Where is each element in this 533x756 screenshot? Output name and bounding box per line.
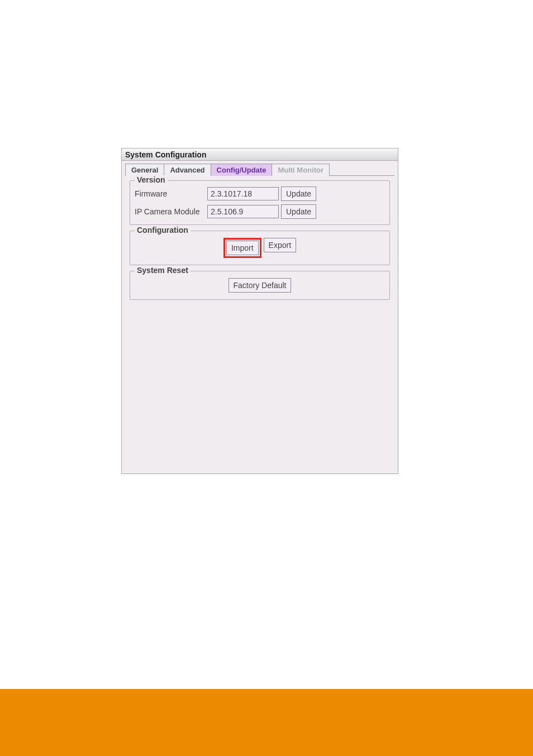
ipcam-value-field[interactable] <box>207 205 279 218</box>
firmware-update-button[interactable]: Update <box>281 186 316 201</box>
firmware-label: Firmware <box>135 189 205 198</box>
configuration-buttons: Import Export <box>135 237 385 259</box>
system-reset-legend: System Reset <box>135 266 191 275</box>
firmware-value-field[interactable] <box>207 187 279 200</box>
configuration-legend: Configuration <box>135 226 191 235</box>
ipcam-update-button[interactable]: Update <box>281 204 316 219</box>
tab-advanced[interactable]: Advanced <box>164 164 211 176</box>
system-reset-fieldset: System Reset Factory Default <box>130 271 390 300</box>
version-legend: Version <box>135 175 168 184</box>
export-button[interactable]: Export <box>264 238 296 252</box>
configuration-fieldset: Configuration Import Export <box>130 231 390 265</box>
tab-content: Version Firmware Update IP Camera Module… <box>125 175 394 473</box>
tab-multi-monitor: Multi Monitor <box>272 164 330 176</box>
footer-bar <box>0 689 533 756</box>
firmware-row: Firmware Update <box>135 186 385 201</box>
window-title: System Configuration <box>122 149 398 161</box>
ipcam-row: IP Camera Module Update <box>135 204 385 219</box>
import-highlight: Import <box>223 238 261 258</box>
version-fieldset: Version Firmware Update IP Camera Module… <box>130 180 390 225</box>
ipcam-label: IP Camera Module <box>135 207 205 216</box>
factory-default-button[interactable]: Factory Default <box>229 278 292 293</box>
system-reset-buttons: Factory Default <box>135 277 385 294</box>
import-button[interactable]: Import <box>226 241 259 255</box>
system-configuration-window: System Configuration General Advanced Co… <box>121 148 398 474</box>
tab-bar: General Advanced Config/Update Multi Mon… <box>122 161 398 175</box>
tab-config-update[interactable]: Config/Update <box>211 164 273 176</box>
tab-general[interactable]: General <box>125 164 164 176</box>
